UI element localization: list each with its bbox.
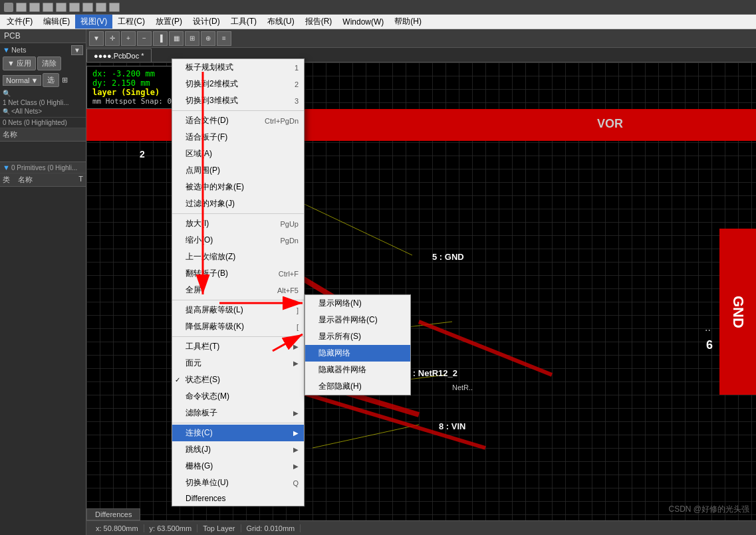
toolbar-icon-7[interactable] (96, 3, 106, 12)
toolbar-icon-5[interactable] (69, 3, 80, 12)
menu-help[interactable]: 帮助(H) (389, 15, 427, 29)
pcb-toolbar: ▼ ✛ + − ▐ ▦ ⊞ ⊕ ≡ (86, 29, 756, 48)
menu-jumper[interactable]: 跳线(J) ▶ (172, 441, 304, 458)
pcb-area[interactable]: ▼ ✛ + − ▐ ▦ ⊞ ⊕ ≡ ●●●●.PcbDoc * GND VOR (86, 29, 756, 535)
all-nets-row: 🔍 <All Nets> (3, 107, 83, 116)
nets-label: Nets (11, 45, 27, 55)
menu-route[interactable]: 布线(U) (262, 15, 300, 29)
netr-dots: NetR.. (452, 383, 473, 391)
col-name2: 名称 (15, 173, 76, 186)
select-button[interactable]: 选 (43, 73, 59, 87)
menu-filter-board[interactable]: 滤除板子 ▶ (172, 405, 304, 421)
menu-cmdstatus[interactable]: 命令状态(M) (172, 388, 304, 405)
sep-3 (172, 300, 304, 300)
bottom-tabs: Differences (86, 508, 140, 520)
toolbar-icon-3[interactable] (43, 3, 53, 12)
menu-project[interactable]: 工程(C) (112, 15, 150, 29)
connection-submenu[interactable]: 显示网络(N) 显示器件网络(C) 显示所有(S) 隐藏网络 隐藏器件网络 全部… (305, 294, 411, 395)
submenu-hide-net[interactable]: 隐藏网络 (305, 345, 410, 362)
menu-fit-doc[interactable]: 适合文件(D) Ctrl+PgDn (172, 112, 304, 129)
submenu-show-comp-net[interactable]: 显示器件网络(C) (305, 312, 410, 328)
svg-line-8 (419, 322, 552, 375)
net-class-count: 1 Net Class (0 Highli... (3, 98, 83, 107)
menu-flip[interactable]: 翻转板子(B) Ctrl+F (172, 265, 304, 282)
menu-file[interactable]: 文件(F) (1, 15, 38, 29)
menu-design[interactable]: 设计(D) (188, 15, 225, 29)
toolbar-minus[interactable]: − (137, 31, 152, 46)
menu-edit[interactable]: 编辑(E) (38, 15, 75, 29)
view-menu-dropdown[interactable]: 板子规划模式 1 切换到2维模式 2 切换到3维模式 3 适合文件(D) Ctr… (172, 58, 305, 506)
menu-grid[interactable]: 栅格(G) ▶ (172, 458, 304, 475)
bottom-tab-differences[interactable]: Differences (86, 508, 140, 520)
nets-table-header: 名称 (0, 128, 86, 142)
primitives-arrow[interactable]: ▼ (3, 163, 10, 171)
toolbar-pan[interactable]: ⊕ (201, 31, 215, 46)
toolbar-cursor[interactable]: ✛ (105, 31, 120, 46)
submenu-show-net[interactable]: 显示网络(N) (305, 295, 410, 312)
toolbar-plus[interactable]: + (121, 31, 136, 46)
primitives-section: ▼ 0 Primitives (0 Highli... (0, 161, 86, 173)
col-name: 名称 (0, 128, 86, 141)
toolbar-icon-8[interactable] (109, 3, 120, 12)
toolbar-chart[interactable]: ▦ (169, 31, 184, 46)
menu-panels[interactable]: 面元 ▶ (172, 355, 304, 372)
main-layout: PCB ▼ Nets ▼ ▼ 应用 清除 Normal ▼ 选 ⊞ 🔍 (0, 29, 756, 535)
toolbar-filter[interactable]: ▼ (89, 31, 104, 46)
menu-view[interactable]: 视图(V) (75, 15, 112, 29)
toolbar-layers[interactable]: ≡ (217, 31, 231, 46)
menu-statusbar[interactable]: ✓ 状态栏(S) (172, 372, 304, 388)
vor-label: VOR (597, 117, 623, 131)
sep-1 (172, 110, 304, 111)
menu-banzimode[interactable]: 板子规划模式 1 (172, 59, 304, 76)
apply-button[interactable]: ▼ 应用 (3, 56, 36, 70)
nets-buttons: ▼ 应用 清除 (3, 55, 83, 72)
submenu-hide-all[interactable]: 全部隐藏(H) (305, 378, 410, 395)
menu-window[interactable]: Window(W) (337, 16, 389, 28)
menu-selected[interactable]: 被选中的对象(E) (172, 179, 304, 195)
menu-toolbar[interactable]: 工具栏(T) ▶ (172, 338, 304, 355)
menu-fullscreen[interactable]: 全屏 Alt+F5 (172, 282, 304, 298)
menu-mask-up[interactable]: 提高屏蔽等级(L) ] (172, 302, 304, 318)
clear-button[interactable]: 清除 (37, 56, 61, 70)
status-grid: Grid: 0.010mm (241, 524, 301, 532)
num-6: 6 (706, 338, 713, 352)
menu-report[interactable]: 报告(R) (300, 15, 338, 29)
menu-connection[interactable]: 连接(C) ▶ (172, 425, 304, 441)
toolbar-grid[interactable]: ⊞ (185, 31, 199, 46)
toolbar-icons (16, 3, 120, 12)
submenu-show-all[interactable]: 显示所有(S) (305, 328, 410, 345)
nets-arrow[interactable]: ▼ (3, 46, 10, 54)
normal-row: Normal ▼ 选 ⊞ (3, 72, 83, 88)
menu-fit-board[interactable]: 适合板子(F) (172, 129, 304, 146)
menu-mask-down[interactable]: 降低屏蔽等级(K) [ (172, 318, 304, 335)
normal-dropdown[interactable]: Normal ▼ (3, 75, 41, 86)
menu-filtered[interactable]: 过滤的对象(J) (172, 195, 304, 212)
toolbar-icon-1[interactable] (16, 3, 27, 12)
menu-3d[interactable]: 切换到3维模式 3 (172, 92, 304, 109)
menu-zoom-in[interactable]: 放大(I) PgUp (172, 215, 304, 232)
panel-fill (0, 187, 86, 535)
menu-area[interactable]: 区域(A) (172, 146, 304, 162)
menu-toggle-unit[interactable]: 切换单位(U) Q (172, 475, 304, 491)
submenu-hide-comp-net[interactable]: 隐藏器件网络 (305, 362, 410, 378)
menu-around[interactable]: 点周围(P) (172, 162, 304, 179)
sep-2 (172, 213, 304, 214)
menu-zoom-out[interactable]: 缩小(O) PgDn (172, 232, 304, 249)
toolbar-icon-2[interactable] (29, 3, 40, 12)
active-tab[interactable]: ●●●●.PcbDoc * (86, 49, 152, 62)
menu-differences[interactable]: Differences (172, 491, 304, 506)
toolbar-icon-6[interactable] (82, 3, 93, 12)
menu-place[interactable]: 放置(P) (150, 15, 188, 29)
nets-filter-icon[interactable]: ▼ (71, 45, 83, 55)
toolbar-bar[interactable]: ▐ (153, 31, 168, 46)
menu-2d[interactable]: 切换到2维模式 2 (172, 76, 304, 92)
menu-tools[interactable]: 工具(T) (225, 15, 262, 29)
left-panel: PCB ▼ Nets ▼ ▼ 应用 清除 Normal ▼ 选 ⊞ 🔍 (0, 29, 86, 535)
gnd-right-bar: GND (719, 229, 756, 395)
vin-label: 8 : VIN (439, 421, 465, 431)
toolbar-icon-4[interactable] (56, 3, 66, 12)
menu-prev-zoom[interactable]: 上一次缩放(Z) (172, 249, 304, 265)
status-bar: x: 50.800mm y: 63.500mm Top Layer Grid: … (86, 520, 756, 535)
col-t: T (76, 173, 86, 186)
svg-line-2 (286, 195, 412, 255)
